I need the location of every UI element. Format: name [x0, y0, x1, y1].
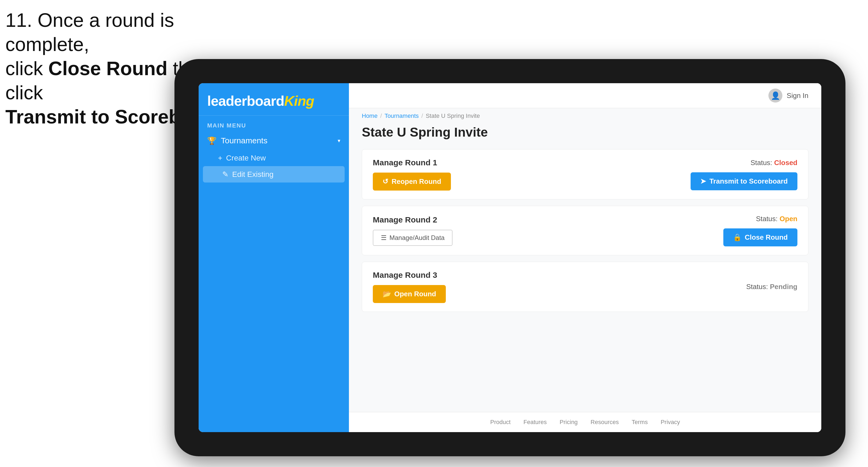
- round-1-right: Status: Closed ➤ Transmit to Scoreboard: [690, 159, 798, 190]
- footer-product[interactable]: Product: [490, 419, 510, 426]
- page-title: State U Spring Invite: [362, 125, 808, 139]
- lock-icon: 🔒: [733, 233, 742, 242]
- footer-features[interactable]: Features: [523, 419, 547, 426]
- reopen-label: Reopen Round: [392, 178, 441, 186]
- reopen-round-button[interactable]: ↺ Reopen Round: [373, 173, 451, 191]
- instruction-line2: click: [5, 58, 48, 79]
- logo-area: leaderboardKing: [198, 83, 349, 116]
- round-2-right: Status: Open 🔒 Close Round: [723, 215, 798, 246]
- tournaments-submenu: + Create New ✎ Edit Existing: [198, 150, 349, 183]
- page-body: State U Spring Invite Manage Round 1 ↺ R…: [349, 122, 821, 412]
- round-2-left: Manage Round 2 ☰ Manage/Audit Data: [373, 215, 453, 246]
- close-round-label: Close Round: [745, 233, 788, 242]
- round-1-status: Status: Closed: [750, 159, 798, 167]
- round-3-title: Manage Round 3: [373, 271, 446, 280]
- manage-audit-label: Manage/Audit Data: [390, 234, 444, 242]
- transmit-scoreboard-button[interactable]: ➤ Transmit to Scoreboard: [690, 172, 798, 190]
- round-3-status-value: Pending: [770, 283, 798, 291]
- main-menu-label: MAIN MENU: [198, 116, 349, 131]
- round-2-status-value: Open: [780, 215, 798, 223]
- logo: leaderboardKing: [207, 93, 340, 109]
- breadcrumb-sep2: /: [422, 113, 423, 119]
- edit-icon: ✎: [222, 170, 228, 179]
- sidebar-item-tournaments[interactable]: 🏆 Tournaments ▾: [198, 131, 349, 150]
- transmit-label: Transmit to Scoreboard: [709, 177, 788, 185]
- footer-terms[interactable]: Terms: [632, 419, 648, 426]
- breadcrumb-home[interactable]: Home: [362, 113, 378, 119]
- footer-pricing[interactable]: Pricing: [560, 419, 578, 426]
- sign-in-label: Sign In: [787, 92, 808, 100]
- logo-king: King: [284, 93, 314, 109]
- round-2-status: Status: Open: [756, 215, 798, 223]
- sidebar: leaderboardKing MAIN MENU 🏆 Tournaments …: [198, 83, 349, 432]
- open-round-label: Open Round: [394, 290, 436, 298]
- edit-existing-item[interactable]: ✎ Edit Existing: [203, 166, 345, 183]
- round-3-left: Manage Round 3 📂 Open Round: [373, 271, 446, 303]
- footer-privacy[interactable]: Privacy: [660, 419, 680, 426]
- breadcrumb-tournaments[interactable]: Tournaments: [384, 113, 419, 119]
- round-1-left: Manage Round 1 ↺ Reopen Round: [373, 158, 451, 191]
- breadcrumb-sep1: /: [380, 113, 382, 119]
- round-3-status: Status: Pending: [746, 283, 798, 291]
- round-3-section: Manage Round 3 📂 Open Round Status: Pend…: [362, 262, 808, 312]
- user-avatar: 👤: [768, 89, 782, 102]
- round-2-title: Manage Round 2: [373, 215, 453, 224]
- round-1-title: Manage Round 1: [373, 158, 451, 167]
- main-content: 👤 Sign In Home / Tournaments / State U S…: [349, 83, 821, 432]
- tablet-device: leaderboardKing MAIN MENU 🏆 Tournaments …: [175, 59, 845, 456]
- footer: Product Features Pricing Resources Terms…: [349, 412, 821, 432]
- plus-icon: +: [218, 154, 222, 162]
- close-round-button[interactable]: 🔒 Close Round: [723, 228, 798, 246]
- trophy-icon: 🏆: [207, 136, 217, 145]
- round-1-section: Manage Round 1 ↺ Reopen Round Status: Cl…: [362, 149, 808, 199]
- round-3-right: Status: Pending: [746, 283, 798, 291]
- open-round-button[interactable]: 📂 Open Round: [373, 285, 446, 303]
- breadcrumb: Home / Tournaments / State U Spring Invi…: [349, 108, 821, 122]
- round-1-status-value: Closed: [774, 159, 798, 167]
- breadcrumb-current: State U Spring Invite: [426, 113, 480, 119]
- top-bar: 👤 Sign In: [349, 83, 821, 108]
- tablet-screen: leaderboardKing MAIN MENU 🏆 Tournaments …: [198, 83, 821, 432]
- manage-audit-button[interactable]: ☰ Manage/Audit Data: [373, 230, 453, 246]
- transmit-icon: ➤: [700, 177, 706, 185]
- reopen-icon: ↺: [382, 178, 389, 186]
- footer-resources[interactable]: Resources: [590, 419, 619, 426]
- instruction-number: 11.: [5, 9, 32, 31]
- logo-leaderboard: leaderboard: [207, 93, 284, 109]
- instruction-bold1: Close Round: [48, 58, 167, 79]
- create-new-item[interactable]: + Create New: [198, 150, 349, 166]
- tournaments-label: Tournaments: [221, 136, 333, 145]
- sign-in-area[interactable]: 👤 Sign In: [768, 89, 808, 102]
- create-new-label: Create New: [226, 154, 266, 162]
- chevron-down-icon: ▾: [338, 137, 340, 144]
- edit-existing-label: Edit Existing: [232, 170, 274, 179]
- round-2-section: Manage Round 2 ☰ Manage/Audit Data Statu…: [362, 206, 808, 255]
- open-icon: 📂: [382, 290, 391, 298]
- audit-icon: ☰: [381, 234, 387, 242]
